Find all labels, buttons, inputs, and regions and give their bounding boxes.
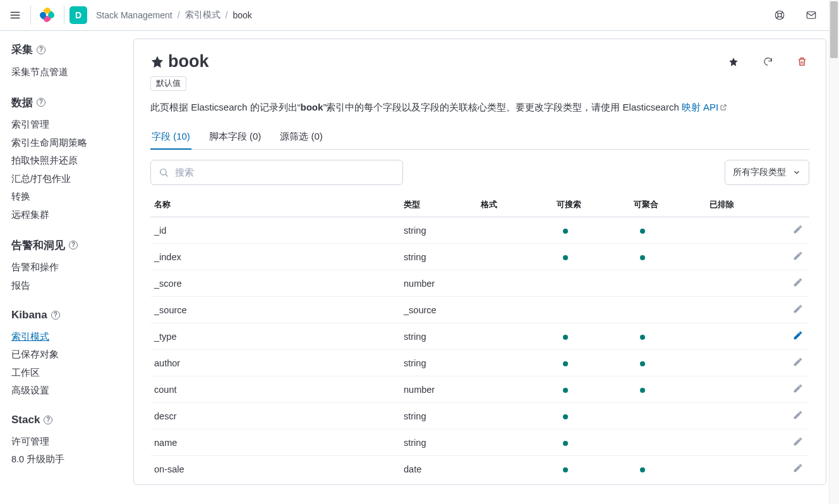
svg-point-1 xyxy=(778,13,782,17)
tab[interactable]: 源筛选 (0) xyxy=(279,126,324,149)
sidebar-item[interactable]: 已保存对象 xyxy=(11,346,124,364)
sidebar-item[interactable]: 拍取快照并还原 xyxy=(11,152,124,171)
sidebar-item[interactable]: 汇总/打包作业 xyxy=(11,170,124,188)
dot-indicator-icon xyxy=(563,467,568,472)
field-search-input-wrap[interactable] xyxy=(150,160,403,185)
dot-indicator-icon xyxy=(640,335,645,340)
dot-indicator-icon xyxy=(563,361,568,366)
field-searchable-cell xyxy=(553,217,630,244)
help-icon[interactable]: ? xyxy=(51,311,60,320)
help-icon[interactable]: ? xyxy=(37,45,45,54)
newsfeed-button[interactable] xyxy=(801,5,821,25)
field-aggregatable-cell xyxy=(630,297,706,323)
external-link-icon xyxy=(720,104,727,111)
field-name-cell: count xyxy=(150,376,400,403)
edit-field-button[interactable] xyxy=(793,410,803,420)
tab[interactable]: 脚本字段 (0) xyxy=(208,126,263,149)
pencil-icon xyxy=(793,251,803,261)
sidebar-item[interactable]: 8.0 升级助手 xyxy=(11,451,124,469)
table-column-header[interactable]: 名称 xyxy=(150,194,400,217)
field-search-input[interactable] xyxy=(175,167,395,177)
sidebar-item[interactable]: 告警和操作 xyxy=(11,259,124,277)
mapping-api-link[interactable]: 映射 API xyxy=(682,102,727,112)
edit-field-button[interactable] xyxy=(793,330,803,340)
sidebar-item[interactable]: 索引模式 xyxy=(11,328,124,346)
breadcrumb-separator: / xyxy=(178,10,180,20)
sidebar-item[interactable]: 索引管理 xyxy=(11,116,124,135)
delete-button[interactable] xyxy=(794,54,809,69)
field-excluded-cell xyxy=(706,376,775,403)
breadcrumb-index-patterns[interactable]: 索引模式 xyxy=(185,9,220,21)
sidebar-item[interactable]: 许可管理 xyxy=(11,433,124,451)
edit-field-button[interactable] xyxy=(793,436,803,447)
elastic-logo-icon[interactable] xyxy=(40,8,55,23)
index-pattern-panel: book 默认值 xyxy=(133,39,826,485)
field-excluded-cell xyxy=(706,456,775,483)
sidebar-item[interactable]: 转换 xyxy=(11,188,124,207)
field-searchable-cell xyxy=(553,350,630,376)
help-icon[interactable]: ? xyxy=(37,98,45,107)
sidebar-item[interactable]: 报告 xyxy=(11,277,124,296)
sidebar-item[interactable]: 工作区 xyxy=(11,364,124,382)
menu-toggle-button[interactable] xyxy=(5,5,25,25)
edit-field-button[interactable] xyxy=(793,224,803,234)
dot-indicator-icon xyxy=(640,229,645,234)
table-column-header[interactable]: 可搜索 xyxy=(553,194,630,217)
star-filled-icon xyxy=(150,55,164,69)
field-type-cell: string xyxy=(400,217,477,244)
table-column-header[interactable]: 已排除 xyxy=(706,194,775,217)
tab[interactable]: 字段 (10) xyxy=(150,126,191,149)
sidebar-item[interactable]: 高级设置 xyxy=(11,382,124,400)
set-default-button[interactable] xyxy=(726,54,741,69)
edit-field-button[interactable] xyxy=(793,383,803,393)
help-icon[interactable]: ? xyxy=(69,241,78,249)
breadcrumb-stack-management[interactable]: Stack Management xyxy=(96,10,172,20)
table-column-header[interactable]: 格式 xyxy=(477,194,553,217)
space-selector-button[interactable]: D xyxy=(69,6,87,24)
pattern-name: book xyxy=(168,52,209,71)
sidebar-item[interactable]: 索引生命周期策略 xyxy=(11,134,124,152)
trash-icon xyxy=(797,56,807,67)
nav-section-title: Stack? xyxy=(11,414,124,426)
table-column-header[interactable]: 类型 xyxy=(400,194,477,217)
field-format-cell xyxy=(477,244,553,270)
field-aggregatable-cell xyxy=(630,403,706,429)
refresh-button[interactable] xyxy=(760,54,775,69)
table-row: countnumber xyxy=(150,376,809,403)
help-button[interactable] xyxy=(770,5,790,25)
nav-section-title: 数据? xyxy=(11,95,124,110)
field-type-cell: number xyxy=(400,270,477,297)
field-aggregatable-cell xyxy=(630,270,706,297)
edit-field-button[interactable] xyxy=(793,277,803,287)
field-type-cell: string xyxy=(400,350,477,376)
field-format-cell xyxy=(477,376,553,403)
dot-indicator-icon xyxy=(640,388,645,393)
search-icon xyxy=(159,167,169,177)
field-type-filter[interactable]: 所有字段类型 xyxy=(725,160,809,185)
field-name-cell: name xyxy=(150,429,400,456)
table-column-header[interactable] xyxy=(775,194,809,217)
dot-indicator-icon xyxy=(563,255,568,260)
pencil-icon xyxy=(793,304,803,314)
field-type-cell: string xyxy=(400,429,477,456)
sidebar-item[interactable]: 远程集群 xyxy=(11,206,124,224)
table-column-header[interactable]: 可聚合 xyxy=(630,194,706,217)
field-name-cell: on-sale xyxy=(150,456,400,483)
nav-section-title: 告警和洞见? xyxy=(11,238,124,253)
window-scrollbar[interactable] xyxy=(829,0,839,504)
scrollbar-thumb[interactable] xyxy=(830,1,838,58)
field-aggregatable-cell xyxy=(630,350,706,376)
edit-field-button[interactable] xyxy=(793,251,803,261)
sidebar-item[interactable]: 采集节点管道 xyxy=(11,63,124,81)
divider xyxy=(64,6,64,25)
top-header: D Stack Management / 索引模式 / book xyxy=(0,0,839,31)
help-icon[interactable]: ? xyxy=(44,416,52,424)
field-searchable-cell xyxy=(553,403,630,429)
field-aggregatable-cell xyxy=(630,323,706,350)
edit-field-button[interactable] xyxy=(793,463,803,473)
table-row: namestring xyxy=(150,429,809,456)
edit-field-button[interactable] xyxy=(793,304,803,314)
default-badge: 默认值 xyxy=(150,76,186,91)
edit-field-button[interactable] xyxy=(793,357,803,367)
field-format-cell xyxy=(477,429,553,456)
